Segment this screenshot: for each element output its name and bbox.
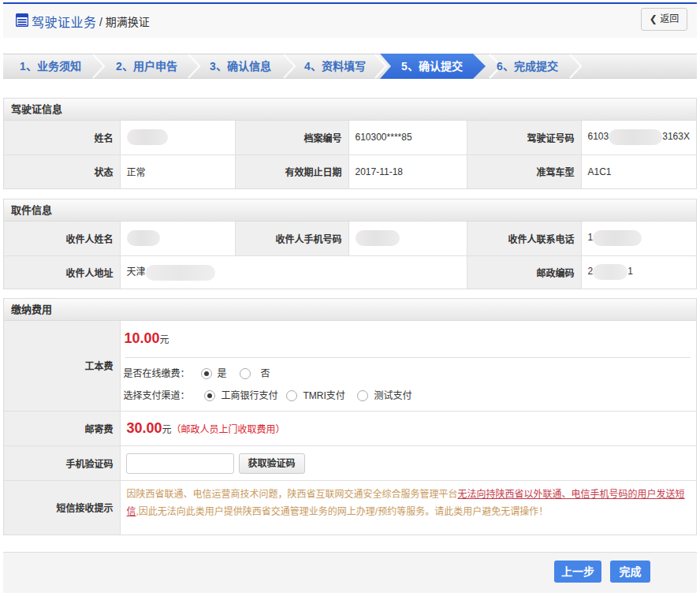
svg-text:2、用户申告: 2、用户申告 <box>116 60 177 73</box>
svg-text:6、完成提交: 6、完成提交 <box>497 60 558 73</box>
svg-text:5、确认提交: 5、确认提交 <box>401 60 463 73</box>
svg-text:3、确认信息: 3、确认信息 <box>210 60 271 73</box>
svg-text:4、资料填写: 4、资料填写 <box>304 60 366 73</box>
svg-text:1、业务须知: 1、业务须知 <box>20 60 81 73</box>
